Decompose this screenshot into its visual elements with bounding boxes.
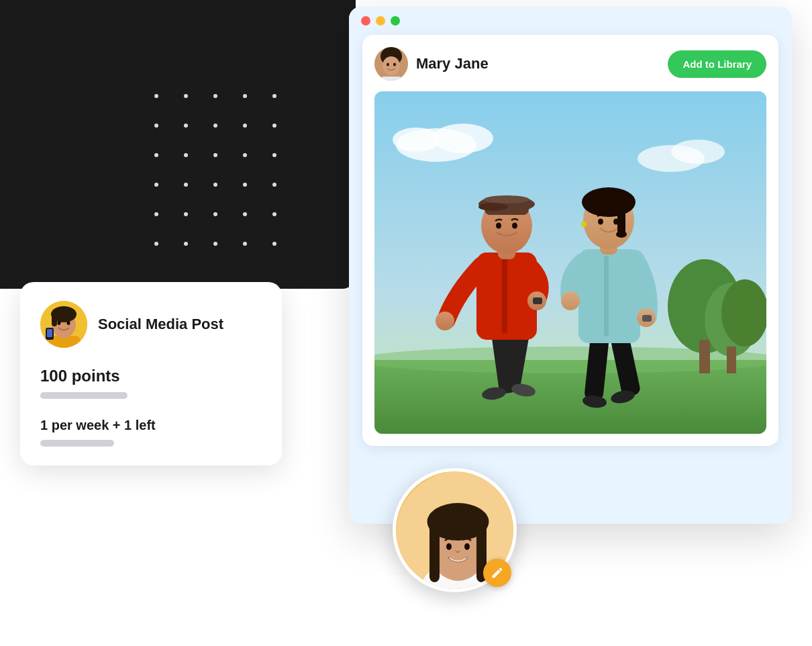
avatar: [374, 47, 408, 81]
svg-point-60: [67, 321, 70, 325]
social-card-points: 100 points: [40, 367, 262, 385]
user-name: Mary Jane: [416, 55, 489, 73]
social-card-header: Social Media Post: [40, 301, 262, 348]
svg-point-25: [436, 312, 454, 330]
card-header: Mary Jane Add to Library: [374, 47, 766, 81]
dot: [213, 124, 217, 128]
svg-point-50: [613, 219, 619, 225]
svg-rect-15: [699, 340, 710, 373]
svg-rect-41: [604, 256, 609, 336]
svg-point-34: [512, 223, 517, 229]
browser-window: Mary Jane Add to Library: [349, 7, 792, 524]
dot: [213, 94, 217, 98]
dot: [272, 183, 276, 187]
dot-grid-decoration: [154, 94, 289, 258]
dot: [243, 94, 247, 98]
dot: [243, 212, 247, 216]
svg-rect-52: [642, 315, 652, 322]
edit-badge[interactable]: [483, 559, 511, 587]
traffic-light-yellow[interactable]: [376, 16, 385, 26]
progress-bar-points: [40, 392, 128, 399]
svg-rect-62: [47, 329, 52, 337]
dot: [213, 242, 217, 246]
svg-point-33: [496, 223, 501, 229]
svg-point-46: [582, 187, 636, 217]
svg-point-43: [561, 291, 580, 310]
svg-rect-5: [381, 77, 401, 81]
svg-point-71: [464, 543, 470, 550]
dot: [184, 242, 188, 246]
dot: [184, 153, 188, 157]
dot: [243, 124, 247, 128]
svg-point-18: [721, 279, 766, 347]
svg-rect-17: [727, 347, 736, 373]
dot: [243, 242, 247, 246]
svg-rect-47: [617, 197, 625, 234]
dot: [154, 242, 158, 246]
post-image: [374, 91, 766, 434]
svg-point-49: [598, 219, 603, 225]
svg-point-70: [446, 543, 452, 550]
social-card-frequency: 1 per week + 1 left: [40, 418, 262, 433]
dot: [184, 212, 188, 216]
dot: [272, 94, 276, 98]
svg-point-32: [478, 203, 508, 211]
social-card-title: Social Media Post: [98, 316, 223, 333]
dot: [154, 94, 158, 98]
svg-point-69: [427, 503, 489, 541]
dot: [154, 153, 158, 157]
dot: [272, 242, 276, 246]
dot: [272, 124, 276, 128]
svg-point-9: [393, 128, 440, 152]
dot: [213, 153, 217, 157]
dot: [243, 183, 247, 187]
svg-point-11: [671, 140, 725, 164]
dot: [243, 153, 247, 157]
svg-point-48: [616, 231, 627, 238]
svg-rect-24: [502, 259, 507, 333]
svg-rect-35: [533, 297, 542, 304]
progress-bar-frequency: [40, 440, 114, 447]
svg-point-51: [581, 222, 587, 227]
card-user: Mary Jane: [374, 47, 489, 81]
traffic-light-green[interactable]: [391, 16, 400, 26]
dot: [184, 94, 188, 98]
dot: [213, 183, 217, 187]
dot: [154, 124, 158, 128]
dot: [184, 124, 188, 128]
svg-rect-58: [52, 313, 57, 326]
bottom-avatar-wrapper: [393, 468, 517, 592]
social-avatar: [40, 301, 87, 348]
svg-point-3: [387, 63, 389, 66]
svg-point-8: [433, 124, 493, 153]
dot: [213, 212, 217, 216]
traffic-light-red[interactable]: [361, 16, 370, 26]
svg-point-2: [383, 56, 400, 75]
add-to-library-button[interactable]: Add to Library: [668, 50, 766, 78]
social-media-card: Social Media Post 100 points 1 per week …: [20, 282, 282, 465]
dot: [272, 153, 276, 157]
dot: [154, 212, 158, 216]
svg-point-59: [58, 321, 61, 325]
browser-titlebar: [349, 7, 792, 35]
dot: [272, 212, 276, 216]
svg-point-31: [484, 195, 529, 203]
dot: [184, 183, 188, 187]
svg-point-4: [393, 63, 396, 66]
post-content-card: Mary Jane Add to Library: [362, 35, 778, 446]
dot: [154, 183, 158, 187]
